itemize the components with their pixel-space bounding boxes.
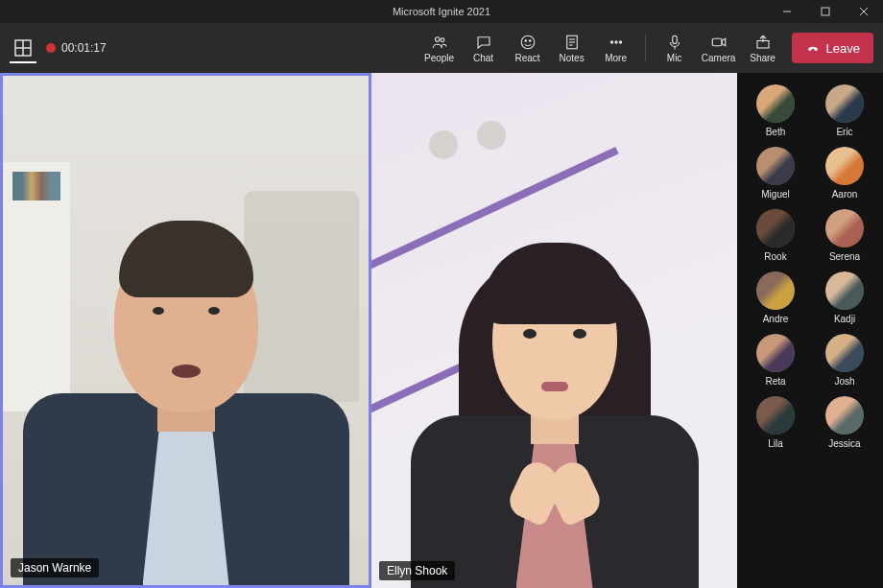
camera-button[interactable]: Camera xyxy=(698,30,740,67)
notes-button[interactable]: Notes xyxy=(551,30,593,67)
svg-point-8 xyxy=(441,37,444,41)
svg-rect-1 xyxy=(822,8,829,15)
svg-point-9 xyxy=(521,35,535,49)
more-button[interactable]: More xyxy=(595,30,637,67)
people-button[interactable]: People xyxy=(418,30,461,67)
layout-button[interactable] xyxy=(10,36,36,63)
video-tile-ellyn[interactable]: Ellyn Shook xyxy=(371,73,737,588)
video-grid: Jason Warnke Ellyn Shook xyxy=(0,73,737,588)
svg-point-16 xyxy=(610,40,612,42)
participant-video xyxy=(3,76,369,585)
avatar xyxy=(825,396,864,435)
name-tag: Ellyn Shook xyxy=(379,561,455,580)
avatar xyxy=(756,396,795,435)
recording-timer: 00:01:17 xyxy=(61,41,107,55)
avatar xyxy=(825,271,864,310)
video-tile-jason[interactable]: Jason Warnke xyxy=(0,73,371,588)
react-icon xyxy=(519,34,537,51)
notes-icon xyxy=(563,34,581,51)
window-title: Microsoft Ignite 2021 xyxy=(393,6,490,17)
roster-item[interactable]: Beth xyxy=(745,84,806,137)
avatar xyxy=(756,209,795,247)
name-tag: Jason Warnke xyxy=(11,558,99,577)
recording-indicator: 00:01:17 xyxy=(46,41,107,55)
roster-item[interactable]: Miguel xyxy=(745,147,806,200)
roster-item[interactable]: Kadji xyxy=(814,271,875,324)
svg-rect-21 xyxy=(712,38,722,46)
minimize-button[interactable] xyxy=(768,0,806,23)
main-area: Jason Warnke Ellyn Shook Beth Eric Migue… xyxy=(0,73,883,588)
record-icon xyxy=(46,43,56,53)
svg-point-10 xyxy=(525,39,527,41)
more-icon xyxy=(608,34,625,51)
avatar xyxy=(825,84,864,123)
camera-icon xyxy=(710,34,728,51)
roster-item[interactable]: Rook xyxy=(745,209,806,262)
svg-point-7 xyxy=(435,36,440,41)
share-button[interactable]: Share xyxy=(742,30,784,67)
meeting-toolbar: 00:01:17 People Chat React Notes More Mi… xyxy=(0,23,883,73)
participant-roster: Beth Eric Miguel Aaron Rook Serena Andre… xyxy=(737,73,883,588)
people-icon xyxy=(431,34,448,51)
react-button[interactable]: React xyxy=(507,30,549,67)
titlebar: Microsoft Ignite 2021 xyxy=(0,0,883,23)
roster-item[interactable]: Jessica xyxy=(814,396,875,449)
roster-item[interactable]: Serena xyxy=(814,209,875,262)
roster-item[interactable]: Aaron xyxy=(814,147,875,200)
svg-point-11 xyxy=(529,39,531,41)
chat-icon xyxy=(475,34,492,51)
roster-item[interactable]: Andre xyxy=(745,271,806,324)
svg-point-17 xyxy=(614,40,616,42)
hangup-icon xyxy=(805,40,821,56)
avatar xyxy=(756,334,795,372)
svg-point-18 xyxy=(619,40,621,42)
avatar xyxy=(825,334,864,372)
avatar xyxy=(756,271,795,310)
chat-button[interactable]: Chat xyxy=(463,30,505,67)
avatar xyxy=(825,147,864,185)
roster-item[interactable]: Reta xyxy=(745,334,806,387)
share-icon xyxy=(754,34,772,51)
maximize-button[interactable] xyxy=(806,0,845,23)
roster-item[interactable]: Josh xyxy=(814,334,875,387)
participant-video xyxy=(371,73,737,588)
mic-button[interactable]: Mic xyxy=(654,30,696,67)
close-button[interactable] xyxy=(845,0,883,23)
avatar xyxy=(825,209,864,247)
avatar xyxy=(756,147,795,185)
roster-item[interactable]: Lila xyxy=(745,396,806,449)
roster-item[interactable]: Eric xyxy=(814,84,875,137)
mic-icon xyxy=(666,34,683,51)
window-controls xyxy=(768,0,883,23)
avatar xyxy=(756,84,795,123)
svg-rect-19 xyxy=(672,35,677,43)
toolbar-divider xyxy=(645,35,646,61)
leave-button[interactable]: Leave xyxy=(792,33,873,63)
